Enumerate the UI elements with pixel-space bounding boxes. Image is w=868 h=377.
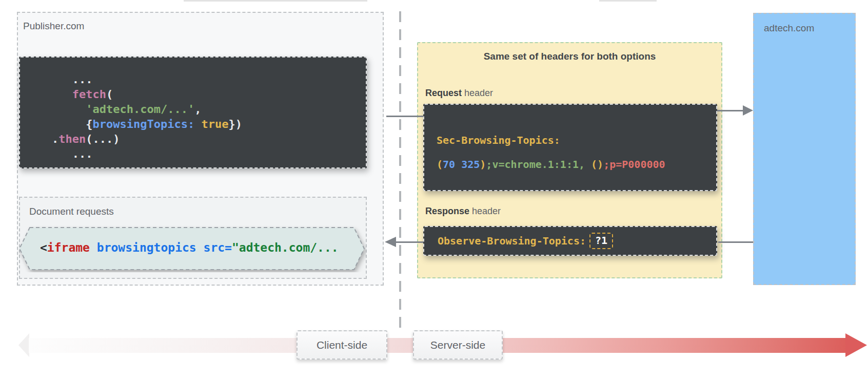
client-side-label-box: Client-side (297, 330, 387, 360)
headers-panel-title: Same set of headers for both options (417, 51, 722, 62)
code-line: ... (52, 72, 366, 87)
server-side-label-box: Server-side (413, 330, 503, 360)
document-requests-label: Document requests (29, 206, 114, 217)
fetch-to-request-line (386, 116, 423, 117)
request-to-adtech-line (717, 110, 744, 111)
response-header-label-rest: header (469, 206, 501, 216)
adtech-label: adtech.com (764, 23, 814, 34)
adtech-panel (753, 13, 856, 285)
request-header-label: Request header (425, 88, 493, 99)
client-side-label: Client-side (317, 339, 367, 351)
timeline-arrowhead-left (18, 333, 29, 357)
request-header-label-rest: header (462, 88, 493, 98)
fetch-code-block: ... fetch( 'adtech.com/...', {browsingTo… (19, 56, 367, 168)
response-header-name: Observe-Browsing-Topics: (438, 235, 586, 247)
response-to-publisher-line (396, 241, 423, 243)
timeline-arrowhead-right (845, 333, 867, 357)
response-header-value-badge: ?1 (589, 233, 613, 249)
publisher-label: Publisher.com (23, 21, 84, 32)
code-line: 'adtech.com/...', (52, 102, 366, 117)
server-side-label: Server-side (430, 339, 485, 351)
arrow-left-icon (385, 237, 396, 247)
request-header-value: (70 325);v=chrome.1:1:1, ();p=P000000 (437, 153, 716, 177)
code-line: fetch( (52, 87, 366, 102)
client-server-divider (399, 11, 401, 333)
request-header-name: Sec-Browsing-Topics: (437, 128, 716, 153)
adtech-to-response-line (718, 241, 753, 243)
request-header-block: Sec-Browsing-Topics: (70 325);v=chrome.1… (423, 104, 717, 191)
cropped-line-fragment (184, 0, 367, 2)
code-line: {browsingTopics: true}) (52, 117, 366, 131)
topics-api-diagram: Publisher.com ... fetch( 'adtech.com/...… (0, 0, 868, 377)
cropped-line-fragment (599, 0, 657, 2)
iframe-code-text: <iframe browsingtopics src="adtech.com/.… (40, 240, 339, 255)
response-header-label: Response header (425, 206, 501, 217)
code-line: ... (52, 146, 366, 161)
response-header-block: Observe-Browsing-Topics: ?1 (423, 226, 717, 256)
request-header-label-bold: Request (425, 88, 462, 98)
arrow-right-icon (743, 105, 753, 116)
response-header-label-bold: Response (425, 206, 469, 216)
code-line: .then(...) (52, 131, 366, 146)
